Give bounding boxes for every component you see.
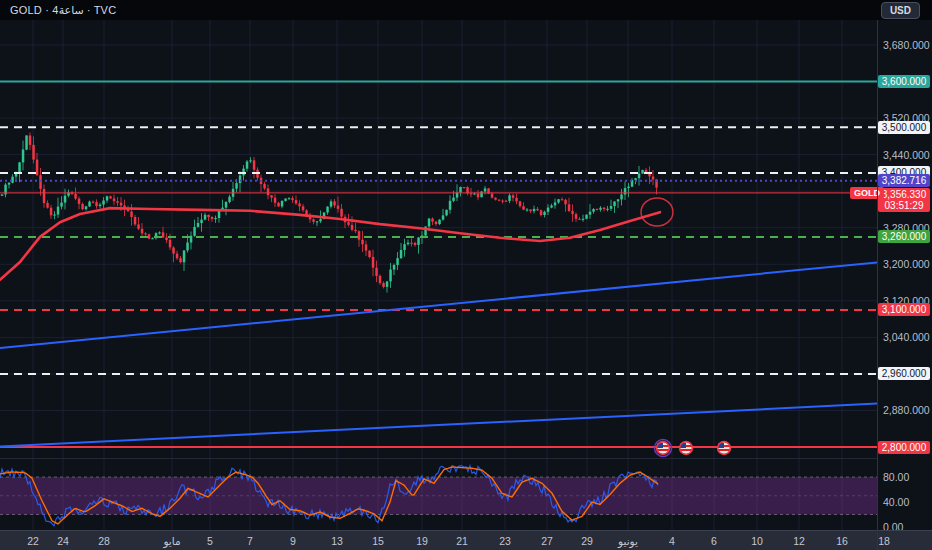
price-axis-label: 3,440.000 — [883, 149, 930, 161]
time-axis-label: 7 — [247, 535, 253, 547]
time-axis-label: 24 — [57, 535, 69, 547]
price-axis-border — [877, 0, 878, 550]
economic-event-flag-icon[interactable] — [655, 440, 672, 457]
time-axis-label: 12 — [793, 535, 805, 547]
time-axis-label: 5 — [207, 535, 213, 547]
price-axis-label: 3,200.000 — [883, 258, 930, 270]
time-axis-label: 6 — [711, 535, 717, 547]
economic-event-flag-icon[interactable] — [718, 442, 731, 455]
price-level-badge: 3,382.716 — [878, 174, 930, 187]
economic-event-flag-icon[interactable] — [680, 442, 693, 455]
time-axis-label: 23 — [499, 535, 511, 547]
time-axis-label: 22 — [27, 535, 39, 547]
current-price-badge: 3,356.33003:51:29 — [878, 188, 930, 212]
price-level-badge: 3,600.000 — [878, 75, 930, 88]
currency-button[interactable]: USD — [881, 2, 920, 19]
oscillator-axis-label: 80.00 — [883, 471, 909, 483]
time-axis-label: 18 — [878, 535, 890, 547]
time-axis[interactable]: 222428مايو57913151921232729يونيو46101216… — [0, 530, 932, 550]
time-axis-label: 9 — [290, 535, 296, 547]
time-axis-label: 10 — [751, 535, 763, 547]
time-axis-label: 4 — [669, 535, 675, 547]
price-line-symbol-tag: GOLD — [850, 187, 884, 199]
time-axis-label: 16 — [836, 535, 848, 547]
price-level-badge: 3,500.000 — [878, 121, 930, 134]
price-level-badge: 3,100.000 — [878, 303, 930, 316]
price-chart-canvas[interactable] — [0, 0, 932, 550]
oscillator-axis-label: 40.00 — [883, 496, 909, 508]
price-axis-label: 3,040.000 — [883, 331, 930, 343]
price-axis[interactable]: 3,680.0003,520.0003,440.0003,280.0003,20… — [877, 20, 932, 530]
time-axis-label: 21 — [456, 535, 468, 547]
pane-separator[interactable] — [0, 458, 877, 459]
time-axis-label: 13 — [331, 535, 343, 547]
time-axis-label: 27 — [541, 535, 553, 547]
price-level-badge: 2,960.000 — [878, 367, 930, 380]
price-level-badge: 2,800.000 — [878, 441, 930, 454]
time-axis-label: 29 — [581, 535, 593, 547]
time-axis-label: 19 — [416, 535, 428, 547]
price-level-badge: 3,260.000 — [878, 230, 930, 243]
time-axis-label: 15 — [372, 535, 384, 547]
chart-header: GOLD · 4ساعة · TVC USD — [0, 0, 932, 20]
time-axis-label: مايو — [163, 535, 180, 547]
symbol-title[interactable]: GOLD · 4ساعة · TVC — [10, 4, 116, 17]
price-axis-label: 3,680.000 — [883, 39, 930, 51]
time-axis-label: يونيو — [618, 535, 638, 547]
time-axis-label: 28 — [98, 535, 110, 547]
trading-chart-app: GOLD ، 4ساعة الذهب (دولار أمريكي / أونصة… — [0, 0, 932, 550]
price-axis-label: 2,880.000 — [883, 404, 930, 416]
